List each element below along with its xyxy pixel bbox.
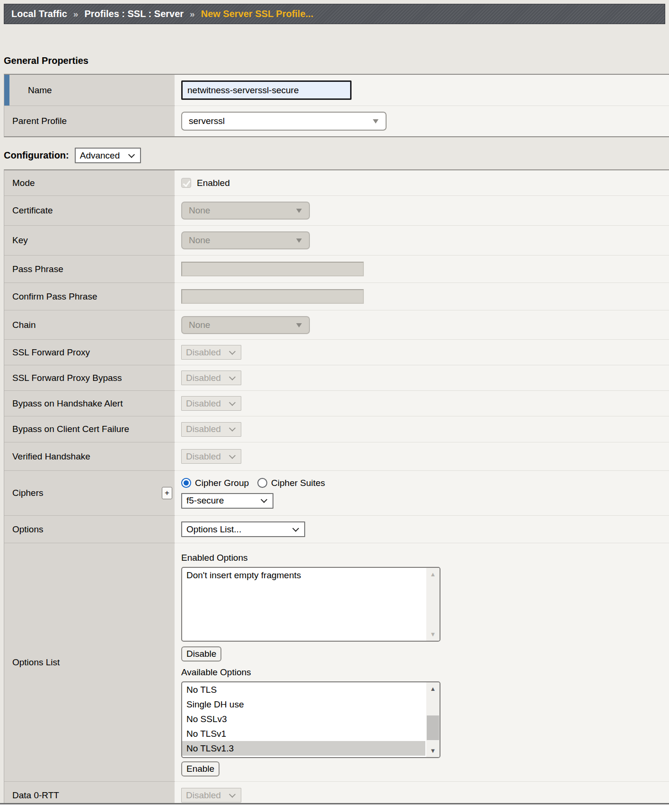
table-row: Mode Enabled	[4, 170, 669, 196]
list-item[interactable]: Don't insert empty fragments	[182, 568, 425, 583]
bypass-on-handshake-alert-value: Disabled	[186, 398, 221, 409]
list-item[interactable]: Single DH use	[182, 697, 425, 712]
ciphers-expand-button[interactable]: +	[162, 487, 172, 499]
breadcrumb-path[interactable]: Profiles : SSL : Server	[84, 9, 184, 19]
confirm-pass-phrase-value-cell	[176, 283, 669, 310]
data-0rtt-select: Disabled	[181, 788, 241, 803]
bypass-on-client-cert-failure-label: Bypass on Client Cert Failure	[12, 424, 129, 434]
table-row: Verified Handshake Disabled	[4, 442, 669, 471]
table-row: Bypass on Client Cert Failure Disabled	[4, 416, 669, 442]
table-row: Data 0-RTT Disabled	[4, 782, 669, 803]
scroll-down-icon[interactable]: ▼	[430, 748, 436, 754]
ssl-forward-proxy-value: Disabled	[186, 347, 221, 358]
scrollbar-thumb[interactable]	[427, 715, 439, 740]
bypass-on-handshake-alert-select: Disabled	[181, 396, 241, 411]
breadcrumb-current-page: New Server SSL Profile...	[201, 9, 314, 19]
mode-checkbox-label: Enabled	[197, 178, 230, 188]
data-0rtt-label: Data 0-RTT	[12, 790, 59, 801]
name-input[interactable]	[181, 80, 352, 100]
available-options-listbox[interactable]: No TLS Single DH use No SSLv3 No TLSv1 N…	[181, 681, 440, 758]
enable-button[interactable]: Enable	[181, 761, 220, 777]
options-label-cell: Options	[4, 516, 176, 543]
parent-profile-select[interactable]: serverssl	[181, 112, 387, 131]
ssl-forward-proxy-value-cell: Disabled	[176, 340, 669, 365]
ssl-forward-proxy-bypass-select: Disabled	[181, 371, 241, 385]
name-row-value-cell	[176, 75, 669, 106]
scroll-up-icon[interactable]: ▲	[430, 686, 436, 692]
cipher-group-radio[interactable]	[181, 478, 191, 488]
confirm-pass-phrase-input	[181, 289, 364, 304]
chevron-down-icon	[292, 525, 299, 531]
table-row: Pass Phrase	[4, 256, 669, 283]
pass-phrase-input	[181, 262, 364, 276]
parent-profile-value: serverssl	[189, 116, 225, 126]
options-select[interactable]: Options List...	[181, 521, 305, 537]
ciphers-value-cell: Cipher Group Cipher Suites f5-secure	[176, 471, 669, 516]
chain-value-cell: None	[176, 310, 669, 340]
key-label-cell: Key	[4, 226, 176, 256]
general-properties-table: Name Parent Profile serverssl	[4, 74, 669, 137]
bypass-on-client-cert-failure-label-cell: Bypass on Client Cert Failure	[4, 416, 176, 442]
list-item[interactable]: No TLS	[182, 682, 425, 697]
certificate-value: None	[189, 205, 210, 216]
chain-label: Chain	[12, 320, 36, 330]
options-label: Options	[12, 524, 43, 535]
table-row: Bypass on Handshake Alert Disabled	[4, 391, 669, 416]
certificate-value-cell: None	[176, 196, 669, 226]
mode-value-cell: Enabled	[176, 170, 669, 196]
chevron-down-icon	[229, 425, 236, 432]
available-options-title: Available Options	[181, 667, 251, 678]
dropdown-triangle-icon	[296, 323, 302, 327]
configuration-table: Mode Enabled Certificate None Key None	[4, 169, 669, 803]
dropdown-triangle-icon	[373, 119, 379, 124]
enabled-options-listbox[interactable]: Don't insert empty fragments ▲ ▼	[181, 567, 440, 642]
bottom-strip	[0, 804, 669, 812]
cipher-suites-radio-label: Cipher Suites	[271, 478, 325, 488]
table-row: Certificate None	[4, 196, 669, 226]
pass-phrase-value-cell	[176, 256, 669, 283]
parent-profile-value-cell: serverssl	[176, 106, 669, 136]
general-properties-title: General Properties	[4, 55, 669, 66]
scrollbar[interactable]: ▲ ▼	[426, 682, 440, 757]
configuration-view-value: Advanced	[80, 150, 120, 161]
chevron-down-icon	[229, 452, 236, 459]
list-item[interactable]: No SSLv3	[182, 712, 425, 726]
table-row: Parent Profile serverssl	[4, 106, 669, 136]
enabled-options-title: Enabled Options	[181, 553, 248, 563]
table-row: Options Options List...	[4, 516, 669, 543]
bypass-on-handshake-alert-value-cell: Disabled	[176, 391, 669, 416]
cipher-group-value: f5-secure	[186, 495, 224, 506]
cipher-group-select[interactable]: f5-secure	[181, 493, 273, 509]
key-value-cell: None	[176, 226, 669, 256]
cipher-suites-radio[interactable]	[257, 478, 267, 488]
list-item[interactable]: No TLSv1	[182, 726, 425, 741]
options-list-value-cell: Enabled Options Don't insert empty fragm…	[176, 543, 669, 782]
options-list-label-cell: Options List	[4, 543, 176, 782]
mode-label-cell: Mode	[4, 170, 176, 196]
pass-phrase-label: Pass Phrase	[12, 264, 63, 274]
verified-handshake-value-cell: Disabled	[176, 442, 669, 471]
ssl-forward-proxy-label-cell: SSL Forward Proxy	[4, 340, 176, 365]
options-value-cell: Options List...	[176, 516, 669, 543]
breadcrumb-separator-icon: »	[190, 9, 195, 19]
configuration-view-select[interactable]: Advanced	[75, 148, 141, 163]
bypass-on-client-cert-failure-value: Disabled	[186, 424, 221, 434]
table-row: SSL Forward Proxy Disabled	[4, 340, 669, 365]
breadcrumb-separator-icon: »	[73, 9, 79, 19]
verified-handshake-select: Disabled	[181, 449, 241, 464]
key-select: None	[181, 231, 310, 249]
chevron-down-icon	[229, 791, 236, 797]
ssl-forward-proxy-bypass-label: SSL Forward Proxy Bypass	[12, 373, 122, 383]
chevron-down-icon	[229, 399, 236, 406]
table-row: Key None	[4, 226, 669, 256]
parent-profile-label: Parent Profile	[12, 116, 67, 126]
mode-checkbox	[181, 178, 191, 188]
bypass-on-client-cert-failure-value-cell: Disabled	[176, 416, 669, 442]
name-label: Name	[28, 85, 52, 96]
chain-label-cell: Chain	[4, 310, 176, 340]
breadcrumb-section[interactable]: Local Traffic	[11, 9, 67, 19]
bypass-on-handshake-alert-label: Bypass on Handshake Alert	[12, 398, 123, 409]
list-item-selected[interactable]: No TLSv1.3	[182, 741, 425, 756]
ssl-forward-proxy-bypass-label-cell: SSL Forward Proxy Bypass	[4, 365, 176, 391]
disable-button[interactable]: Disable	[181, 646, 221, 662]
